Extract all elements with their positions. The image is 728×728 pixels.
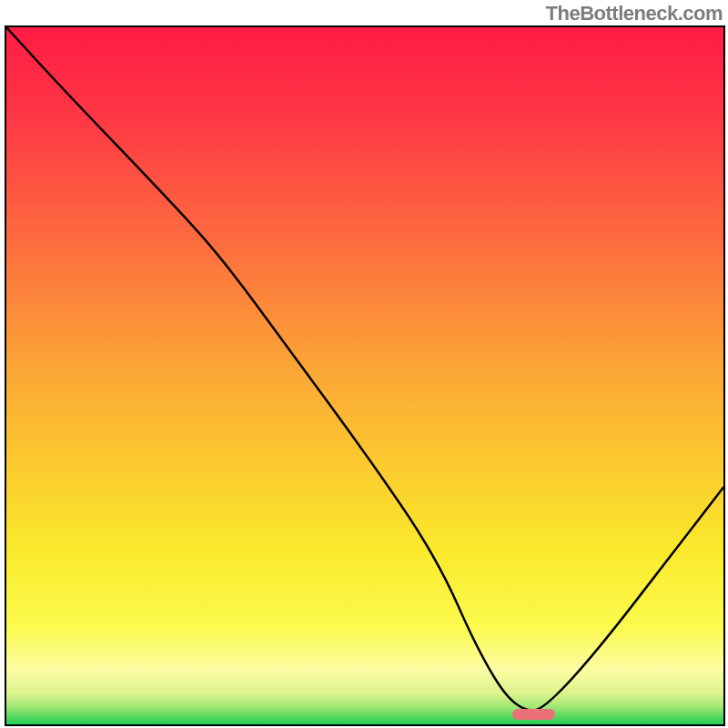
optimal-region-marker	[512, 709, 555, 720]
attribution-watermark: TheBottleneck.com	[546, 2, 723, 25]
chart-stage: TheBottleneck.com	[0, 0, 728, 728]
plot-frame	[5, 25, 725, 726]
plot-svg	[6, 27, 723, 724]
gradient-background	[6, 27, 723, 724]
